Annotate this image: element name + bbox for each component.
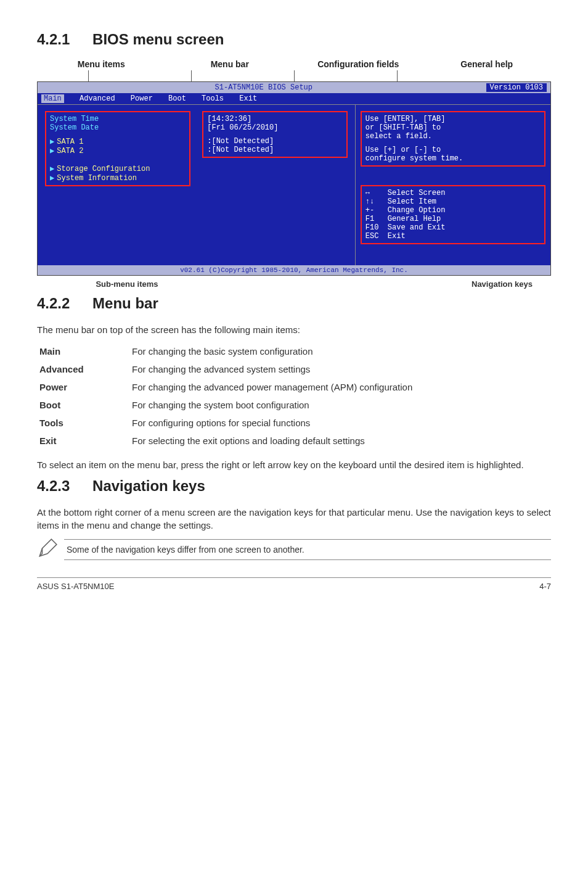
note-block: Some of the navigation keys differ from …	[37, 538, 551, 561]
label-menu-bar: Menu bar	[166, 59, 295, 69]
bios-title-bar: S1-AT5NM10E BIOS Setup Version 0103	[38, 82, 550, 93]
below-label-row: Sub-menu items Navigation keys	[37, 279, 551, 289]
field-system-time-label: System Time	[50, 115, 186, 123]
nav-text: Change Option	[388, 206, 446, 215]
section-heading-422: 4.2.2 Menu bar	[37, 295, 551, 312]
def-key: Boot	[37, 396, 129, 414]
field-system-date-label: System Date	[50, 123, 186, 132]
nav-text: Select Screen	[388, 189, 446, 197]
def-key: Advanced	[37, 360, 129, 378]
label-general-help: General help	[423, 59, 552, 69]
help-line: Use [ENTER], [TAB]	[365, 115, 541, 123]
bios-copyright: v02.61 (C)Copyright 1985-2010, American …	[38, 265, 550, 275]
field-system-time-value[interactable]: [14:32:36]	[207, 115, 343, 123]
help-line: select a field.	[365, 132, 541, 141]
def-val: For changing the advanced power manageme…	[129, 378, 551, 396]
def-val: For configuring options for special func…	[129, 414, 551, 432]
section-intro: The menu bar on top of the screen has th…	[37, 323, 551, 336]
help-line: or [SHIFT-TAB] to	[365, 123, 541, 132]
bios-nav-keys: ↔Select Screen ↑↓Select Item +-Change Op…	[361, 185, 545, 244]
nav-text: General Help	[388, 215, 441, 223]
bios-version: Version 0103	[486, 83, 547, 92]
label-navigation-keys: Navigation keys	[217, 279, 551, 289]
section-heading-423: 4.2.3 Navigation keys	[37, 477, 551, 495]
footer-right: 4-7	[539, 582, 551, 591]
table-row: ExitFor selecting the exit options and l…	[37, 432, 551, 450]
top-label-row: Menu items Menu bar Configuration fields…	[37, 59, 551, 69]
field-sata2-label[interactable]: SATA 2	[57, 147, 83, 155]
chevron-right-icon: ▶	[50, 147, 54, 155]
section-title: BIOS menu screen	[92, 31, 224, 47]
def-val: For selecting the exit options and loadi…	[129, 432, 551, 450]
label-config-fields: Configuration fields	[294, 59, 423, 69]
chevron-right-icon: ▶	[50, 165, 54, 173]
nav-text: Select Item	[388, 197, 436, 206]
section-paragraph: At the bottom right corner of a menu scr…	[37, 506, 551, 532]
tab-boot[interactable]: Boot	[168, 94, 186, 103]
table-row: ToolsFor configuring options for special…	[37, 414, 551, 432]
section-title: Navigation keys	[92, 477, 205, 494]
section-number: 4.2.1	[37, 31, 70, 48]
nav-key: ESC	[365, 232, 388, 241]
nav-key: ↔	[365, 189, 388, 197]
nav-key: F10	[365, 223, 388, 232]
footer-left: ASUS S1-AT5NM10E	[37, 582, 114, 591]
field-system-date-value[interactable]: [Fri 06/25/2010]	[207, 123, 343, 132]
section-number: 4.2.2	[37, 295, 70, 312]
def-key: Exit	[37, 432, 129, 450]
nav-key: +-	[365, 206, 388, 215]
note-text: Some of the navigation keys differ from …	[64, 539, 551, 560]
tab-exit[interactable]: Exit	[239, 94, 257, 103]
page-footer: ASUS S1-AT5NM10E 4-7	[37, 577, 551, 591]
label-submenu-items: Sub-menu items	[37, 279, 217, 289]
table-row: PowerFor changing the advanced power man…	[37, 378, 551, 396]
bios-left-pane: System Time System Date ▶SATA 1 ▶SATA 2 …	[38, 105, 356, 265]
def-val: For changing the advanced system setting…	[129, 360, 551, 378]
bios-screenshot: S1-AT5NM10E BIOS Setup Version 0103 Main…	[37, 81, 551, 276]
tab-power[interactable]: Power	[131, 94, 153, 103]
def-val: For changing the system boot configurati…	[129, 396, 551, 414]
bios-menu-bar: Main Advanced Power Boot Tools Exit	[38, 93, 550, 105]
bios-title: S1-AT5NM10E BIOS Setup	[41, 83, 486, 92]
connector-lines	[37, 70, 551, 81]
help-line: Use [+] or [-] to	[365, 146, 541, 154]
nav-text: Exit	[388, 232, 406, 241]
chevron-right-icon: ▶	[50, 174, 54, 183]
chevron-right-icon: ▶	[50, 138, 54, 146]
nav-text: Save and Exit	[388, 223, 446, 232]
section-heading-421: 4.2.1 BIOS menu screen	[37, 31, 551, 48]
field-sata1-value: :[Not Detected]	[207, 137, 343, 146]
label-menu-items: Menu items	[37, 59, 166, 69]
def-key: Tools	[37, 414, 129, 432]
tab-main[interactable]: Main	[41, 94, 64, 103]
tab-advanced[interactable]: Advanced	[80, 94, 115, 103]
help-line: configure system time.	[365, 154, 541, 163]
section-number: 4.2.3	[37, 477, 70, 495]
bios-right-pane: Use [ENTER], [TAB] or [SHIFT-TAB] to sel…	[356, 105, 550, 265]
section-paragraph: To select an item on the menu bar, press…	[37, 458, 551, 471]
section-title: Menu bar	[92, 295, 158, 311]
table-row: AdvancedFor changing the advanced system…	[37, 360, 551, 378]
nav-key: F1	[365, 215, 388, 223]
nav-key: ↑↓	[365, 197, 388, 206]
table-row: MainFor changing the basic system config…	[37, 342, 551, 360]
pencil-icon	[37, 538, 64, 561]
field-sata1-label[interactable]: SATA 1	[57, 138, 83, 146]
def-key: Main	[37, 342, 129, 360]
def-val: For changing the basic system configurat…	[129, 342, 551, 360]
tab-tools[interactable]: Tools	[202, 94, 224, 103]
table-row: BootFor changing the system boot configu…	[37, 396, 551, 414]
menu-definitions-table: MainFor changing the basic system config…	[37, 342, 551, 450]
def-key: Power	[37, 378, 129, 396]
submenu-storage[interactable]: Storage Configuration	[57, 165, 150, 173]
submenu-sysinfo[interactable]: System Information	[57, 174, 137, 183]
field-sata2-value: :[Not Detected]	[207, 146, 343, 154]
